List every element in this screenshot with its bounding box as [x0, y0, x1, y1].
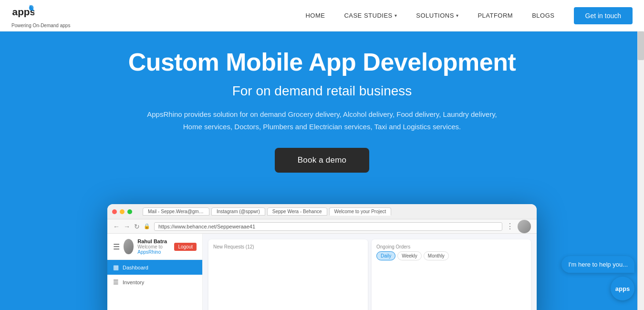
new-requests-label: New Requests (12) [213, 244, 363, 249]
main-content: New Requests (12) Ongoing Orders Daily W… [203, 234, 537, 310]
lock-icon: 🔒 [144, 223, 150, 229]
nav-home[interactable]: HOME [305, 12, 325, 19]
app-sidebar: ☰ Rahul Batra Welcome to AppsRhino Logou… [107, 234, 203, 310]
dashboard-icon: ▦ [113, 264, 119, 271]
address-bar-input[interactable]: https://www.behance.net/Seppeweraae41 [154, 222, 502, 231]
nav-platform[interactable]: PLATFORM [478, 12, 513, 19]
new-requests-card: New Requests (12) [208, 239, 368, 310]
ongoing-orders-label: Ongoing Orders [376, 244, 526, 249]
app-main: New Requests (12) Ongoing Orders Daily W… [203, 234, 537, 310]
back-icon[interactable]: ← [113, 223, 120, 230]
inventory-icon: ☰ [113, 279, 119, 286]
tab-monthly[interactable]: Monthly [424, 251, 449, 260]
scrollbar-thumb[interactable] [638, 31, 644, 60]
browser-topbar: Mail - Seppe.Wera@gmail.com Instagram (@… [107, 204, 537, 219]
svg-point-2 [29, 5, 34, 10]
book-demo-button[interactable]: Book a demo [275, 148, 369, 173]
nav-case-studies[interactable]: CASE STUDIES ▾ [344, 12, 397, 19]
hero-title: Custom Mobile App Development [128, 49, 516, 76]
sidebar-item-inventory[interactable]: ☰ Inventory [107, 275, 202, 289]
hamburger-icon[interactable]: ☰ [113, 242, 120, 251]
hero-section: Custom Mobile App Development For on dem… [0, 31, 644, 310]
sidebar-username: Rahul Batra [137, 238, 170, 244]
orders-tab-group: Daily Weekly Monthly [376, 251, 526, 260]
app-body: ☰ Rahul Batra Welcome to AppsRhino Logou… [107, 234, 537, 310]
tab-behance[interactable]: Seppe Wera - Behance [267, 207, 327, 216]
tab-mail[interactable]: Mail - Seppe.Wera@gmail.com [143, 207, 209, 216]
more-options-icon[interactable]: ⋮ [506, 222, 514, 231]
hero-content: Custom Mobile App Development For on dem… [128, 31, 516, 173]
chevron-down-icon: ▾ [456, 13, 459, 18]
tab-instagram[interactable]: Instagram (@sppwr) [211, 207, 265, 216]
window-maximize-icon[interactable] [127, 209, 132, 214]
tab-daily[interactable]: Daily [376, 251, 395, 260]
chat-bubble: I'm here to help you... [561, 256, 634, 273]
hero-subtitle: For on demand retail business [128, 83, 516, 99]
sidebar-header: ☰ Rahul Batra Welcome to AppsRhino Logou… [107, 234, 202, 260]
sidebar-welcome-text: Welcome to AppsRhino [137, 244, 170, 255]
logout-button[interactable]: Logout [174, 243, 197, 251]
browser-addressbar: ← → ↻ 🔒 https://www.behance.net/Seppewer… [107, 219, 537, 234]
chevron-down-icon: ▾ [395, 13, 397, 18]
window-minimize-icon[interactable] [120, 209, 125, 214]
forward-icon[interactable]: → [124, 223, 130, 230]
browser-tabs: Mail - Seppe.Wera@gmail.com Instagram (@… [143, 207, 532, 216]
tab-weekly[interactable]: Weekly [397, 251, 422, 260]
nav-solutions[interactable]: SOLUTIONS ▾ [416, 12, 458, 19]
logo-icon: apps [11, 3, 34, 22]
nav-blogs[interactable]: BLOGS [532, 12, 554, 19]
browser-user-avatar [518, 220, 531, 233]
navbar-links: HOME CASE STUDIES ▾ SOLUTIONS ▾ PLATFORM… [305, 12, 554, 19]
reload-icon[interactable]: ↻ [134, 223, 140, 230]
user-avatar [124, 239, 134, 254]
navbar: apps Powering On-Demand apps HOME CASE S… [0, 0, 644, 31]
browser-mockup: Mail - Seppe.Wera@gmail.com Instagram (@… [107, 204, 537, 310]
hero-description: AppsRhino provides solution for on deman… [141, 108, 503, 133]
sidebar-user-info: Rahul Batra Welcome to AppsRhino [137, 238, 170, 255]
chat-toggle-button[interactable]: apps [611, 277, 634, 300]
get-in-touch-button[interactable]: Get in touch [574, 7, 633, 24]
logo[interactable]: apps Powering On-Demand apps [11, 3, 70, 28]
logo-tagline: Powering On-Demand apps [11, 23, 70, 28]
sidebar-brand: AppsRhino [137, 249, 161, 255]
window-close-icon[interactable] [112, 209, 117, 214]
browser-window: Mail - Seppe.Wera@gmail.com Instagram (@… [107, 204, 537, 310]
tab-welcome[interactable]: Welcome to your Project [329, 207, 392, 216]
chat-widget: I'm here to help you... apps [561, 256, 634, 300]
ongoing-orders-card: Ongoing Orders Daily Weekly Monthly [372, 239, 531, 310]
sidebar-item-dashboard[interactable]: ▦ Dashboard [107, 260, 202, 275]
page-scrollbar[interactable] [637, 31, 644, 310]
